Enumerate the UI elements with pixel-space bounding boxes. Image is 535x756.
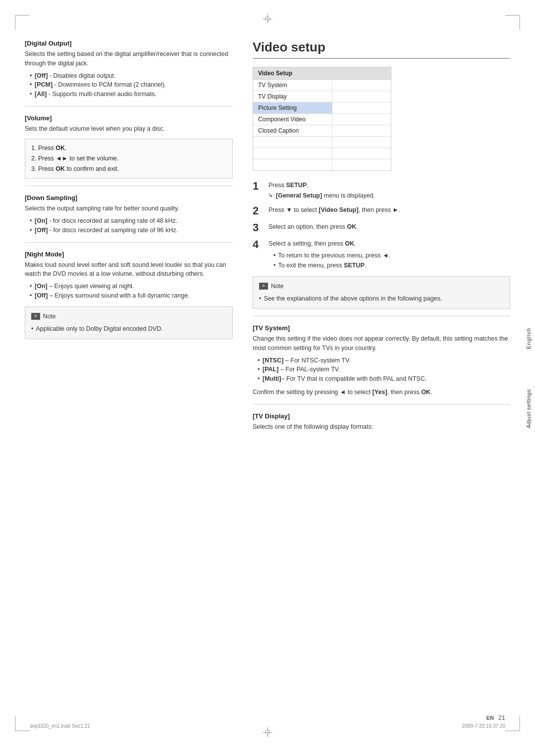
step-number-2: 2 xyxy=(253,204,264,217)
table-row-empty-1 xyxy=(253,137,391,148)
tv-system-text: Change this setting if the video does no… xyxy=(253,334,510,353)
night-mode-text: Makes loud sound level softer and soft s… xyxy=(25,260,233,279)
table-cell xyxy=(332,114,391,125)
digital-output-heading: [Digital Output] xyxy=(25,40,233,47)
right-divider-2 xyxy=(253,404,510,404)
divider-3 xyxy=(25,242,233,243)
note-bullet: • Applicable only to Dolby Digital encod… xyxy=(31,324,226,334)
bullet-item: [Off] – Enjoys surround sound with a ful… xyxy=(30,291,233,301)
table-row-component-video: Component Video xyxy=(253,114,391,125)
volume-text: Sets the default volume level when you p… xyxy=(25,124,233,134)
table-cell xyxy=(332,80,391,91)
bullet-item: [PAL] – For PAL-system TV. xyxy=(258,365,510,374)
right-note-label: Note xyxy=(271,282,283,291)
table-cell xyxy=(332,159,391,170)
bullet-item: [On] – Enjoys quiet viewing at night. xyxy=(30,282,233,291)
step-number-1: 1 xyxy=(253,180,264,193)
table-cell xyxy=(332,102,391,113)
setup-table: Video Setup TV System TV Display Picture… xyxy=(253,67,391,171)
table-cell: TV System xyxy=(253,80,332,91)
volume-step-2: 2. Press ◄► to set the volume. xyxy=(31,153,226,164)
night-mode-bullets: [On] – Enjoys quiet viewing at night. [O… xyxy=(25,282,233,301)
table-cell xyxy=(253,137,332,148)
volume-step-1: 1. Press OK. xyxy=(31,143,226,153)
table-cell xyxy=(332,125,391,136)
step-sub-1: ↳ [General Setup] menu is displayed. xyxy=(268,191,375,201)
table-row-empty-3 xyxy=(253,159,391,170)
down-sampling-bullets: [On] - for discs recorded at sampling ra… xyxy=(25,216,233,235)
table-cell: TV Display xyxy=(253,91,332,102)
tv-system-heading: [TV System] xyxy=(253,324,510,332)
sidebar-english-label: English xyxy=(526,328,532,349)
step-number-3: 3 xyxy=(253,221,264,234)
note-icon: ≡ xyxy=(31,313,40,320)
table-cell: Closed Caption xyxy=(253,125,332,136)
table-row-closed-caption: Closed Caption xyxy=(253,125,391,137)
right-divider-1 xyxy=(253,316,510,316)
right-note-box: ≡ Note • See the explanations of the abo… xyxy=(253,276,510,309)
table-cell xyxy=(332,91,391,102)
step4-sub2: • To exit the menu, press SETUP. xyxy=(273,260,390,270)
tv-system-bullets: [NTSC] – For NTSC-system TV. [PAL] – For… xyxy=(253,356,510,384)
bullet-item: [PCM] - Downmixes to PCM format (2 chann… xyxy=(30,80,233,90)
tv-display-text: Selects one of the following display for… xyxy=(253,422,510,432)
step-content-4: Select a setting, then press OK. • To re… xyxy=(268,238,390,270)
footer-fileinfo: dvp3320_en1.indd Sec1:21 2009-7-20 16:37… xyxy=(0,723,535,729)
step-3: 3 Select an option, then press OK. xyxy=(253,221,510,234)
tv-system-confirm: Confirm the setting by pressing ◄ to sel… xyxy=(253,388,510,397)
footer-right: 2009-7-20 16:37:20 xyxy=(462,723,505,729)
reg-mark-bottom xyxy=(263,727,272,737)
down-sampling-heading: [Down Sampling] xyxy=(25,194,233,202)
table-row-tv-display: TV Display xyxy=(253,91,391,102)
step-content-1: Press SETUP. ↳ [General Setup] menu is d… xyxy=(268,180,375,201)
step-2: 2 Press ▼ to select [Video Setup], then … xyxy=(253,204,510,217)
table-row-picture-setting: Picture Setting xyxy=(253,102,391,114)
table-row-empty-2 xyxy=(253,148,391,159)
bullet-item: [On] - for discs recorded at sampling ra… xyxy=(30,216,233,226)
table-cell-highlighted: Picture Setting xyxy=(253,102,332,113)
table-cell xyxy=(332,148,391,159)
numbered-steps: 1 Press SETUP. ↳ [General Setup] menu is… xyxy=(253,180,510,270)
en-label: EN xyxy=(486,715,494,721)
bullet-item: [Off] - Disables digital output. xyxy=(30,71,233,81)
tv-display-heading: [TV Display] xyxy=(253,412,510,420)
step-content-3: Select an option, then press OK. xyxy=(268,221,358,232)
bullet-item: [NTSC] – For NTSC-system TV. xyxy=(258,356,510,365)
step4-sub1: • To return to the previous menu, press … xyxy=(273,251,390,260)
volume-steps-box: 1. Press OK. 2. Press ◄► to set the volu… xyxy=(25,139,233,179)
step-content-2: Press ▼ to select [Video Setup], then pr… xyxy=(268,204,400,215)
page-number: 21 xyxy=(498,714,505,721)
sidebar-adjust-label: Adjust settings xyxy=(526,389,532,428)
note-header: ≡ Note xyxy=(31,312,226,321)
page-footer: EN 21 xyxy=(486,714,505,721)
bullet-item: [All] - Supports multi-channel audio for… xyxy=(30,90,233,99)
reg-mark-top xyxy=(263,14,272,24)
table-title: Video Setup xyxy=(253,67,391,80)
digital-output-text: Selects the setting based on the digital… xyxy=(25,50,233,68)
right-column: Video setup Video Setup TV System TV Dis… xyxy=(248,40,510,434)
left-column: [Digital Output] Selects the setting bas… xyxy=(25,40,233,434)
right-note-bullet: • See the explanations of the above opti… xyxy=(259,294,504,303)
table-cell: Component Video xyxy=(253,114,332,125)
divider xyxy=(25,106,233,106)
table-cell xyxy=(332,137,391,148)
volume-step-3: 3. Press OK to confirm and exit. xyxy=(31,164,226,174)
main-content: [Digital Output] Selects the setting bas… xyxy=(25,40,510,434)
corner-mark-tl xyxy=(15,15,30,30)
bullet-item: [Multi]– For TV that is compatible with … xyxy=(258,374,510,384)
step-4: 4 Select a setting, then press OK. • To … xyxy=(253,238,510,270)
left-note-box: ≡ Note • Applicable only to Dolby Digita… xyxy=(25,306,233,339)
table-cell xyxy=(253,159,332,170)
step-1: 1 Press SETUP. ↳ [General Setup] menu is… xyxy=(253,180,510,201)
corner-mark-tr xyxy=(505,15,520,30)
volume-heading: [Volume] xyxy=(25,114,233,122)
step-number-4: 4 xyxy=(253,238,264,251)
divider-2 xyxy=(25,186,233,186)
right-sidebar: English Adjust settings xyxy=(522,69,535,687)
table-cell xyxy=(253,148,332,159)
right-note-header: ≡ Note xyxy=(259,282,504,291)
page-container: English Adjust settings [Digital Output]… xyxy=(0,0,535,756)
footer-left: dvp3320_en1.indd Sec1:21 xyxy=(30,723,90,729)
night-mode-heading: [Night Mode] xyxy=(25,251,233,258)
table-row-tv-system: TV System xyxy=(253,80,391,91)
